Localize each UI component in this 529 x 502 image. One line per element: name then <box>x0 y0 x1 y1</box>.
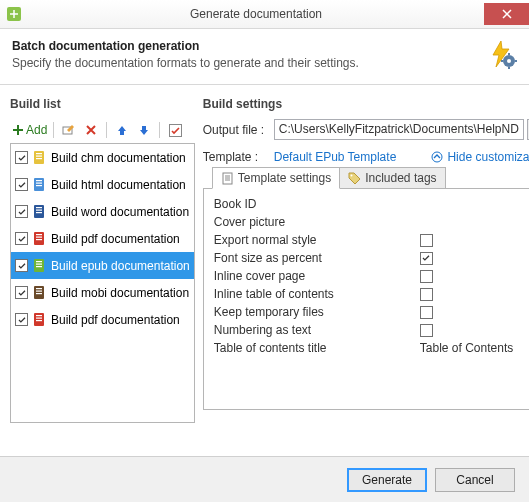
setting-label: Keep temporary files <box>214 305 420 319</box>
setting-row[interactable]: Inline table of contents <box>214 285 529 303</box>
item-checkbox[interactable] <box>15 286 28 299</box>
setting-row[interactable]: Inline cover page <box>214 267 529 285</box>
svg-rect-28 <box>36 266 42 267</box>
svg-rect-18 <box>36 207 42 208</box>
svg-rect-9 <box>34 151 44 164</box>
output-label: Output file : <box>203 123 271 137</box>
setting-checkbox[interactable] <box>420 288 433 301</box>
arrow-down-icon <box>138 124 150 136</box>
svg-rect-36 <box>36 320 42 321</box>
close-icon <box>502 9 512 19</box>
tab-included-tags[interactable]: Included tags <box>340 167 445 189</box>
output-file-field[interactable]: C:\Users\KellyFitzpatrick\Documents\Help… <box>274 119 524 140</box>
item-label: Build pdf documentation <box>51 232 180 246</box>
setting-checkbox[interactable] <box>420 270 433 283</box>
setting-row[interactable]: Cover picture <box>214 213 529 231</box>
template-link[interactable]: Default EPub Template <box>274 150 397 164</box>
check-all-button[interactable] <box>166 121 184 139</box>
format-icon <box>32 285 47 300</box>
lightning-gear-icon <box>487 39 517 69</box>
build-list[interactable]: Build chm documentation Build html docum… <box>10 143 195 423</box>
svg-rect-33 <box>34 313 44 326</box>
setting-label: Inline cover page <box>214 269 420 283</box>
tab-template-settings[interactable]: Template settings <box>212 167 340 189</box>
svg-rect-12 <box>36 158 42 159</box>
setting-row[interactable]: Export normal style <box>214 231 529 249</box>
collapse-icon <box>431 151 443 163</box>
setting-row[interactable]: Keep temporary files <box>214 303 529 321</box>
svg-rect-13 <box>34 178 44 191</box>
svg-rect-21 <box>34 232 44 245</box>
check-icon <box>169 124 182 137</box>
setting-checkbox[interactable] <box>420 234 433 247</box>
add-button[interactable]: Add <box>12 123 47 137</box>
move-up-button[interactable] <box>113 121 131 139</box>
move-down-button[interactable] <box>135 121 153 139</box>
svg-rect-11 <box>36 156 42 157</box>
setting-row[interactable]: Table of contents titleTable of Contents <box>214 339 529 357</box>
list-item[interactable]: Build pdf documentation <box>11 225 194 252</box>
setting-row[interactable]: Numbering as text <box>214 321 529 339</box>
setting-label: Book ID <box>214 197 420 211</box>
setting-value: Table of Contents <box>420 341 513 355</box>
svg-rect-19 <box>36 210 42 211</box>
list-item[interactable]: Build mobi documentation <box>11 279 194 306</box>
item-checkbox[interactable] <box>15 205 28 218</box>
rename-button[interactable] <box>60 121 78 139</box>
setting-checkbox[interactable] <box>420 252 433 265</box>
svg-rect-31 <box>36 291 42 292</box>
hide-customization-link[interactable]: Hide customization <box>431 150 529 164</box>
svg-rect-16 <box>36 185 42 186</box>
setting-row[interactable]: Book ID <box>214 195 529 213</box>
setting-label: Export normal style <box>214 233 420 247</box>
header-title: Batch documentation generation <box>12 39 487 53</box>
template-label: Template : <box>203 150 271 164</box>
svg-rect-14 <box>36 180 42 181</box>
list-item[interactable]: Build word documentation <box>11 198 194 225</box>
list-item[interactable]: Build pdf documentation <box>11 306 194 333</box>
list-item[interactable]: Build epub documentation <box>11 252 194 279</box>
setting-label: Cover picture <box>214 215 420 229</box>
close-button[interactable] <box>484 3 529 25</box>
list-item[interactable]: Build chm documentation <box>11 144 194 171</box>
setting-label: Table of contents title <box>214 341 420 355</box>
svg-rect-23 <box>36 237 42 238</box>
item-checkbox[interactable] <box>15 259 28 272</box>
format-icon <box>32 150 47 165</box>
item-label: Build pdf documentation <box>51 313 180 327</box>
tag-icon <box>348 172 361 185</box>
item-checkbox[interactable] <box>15 178 28 191</box>
footer: Generate Cancel <box>0 456 529 502</box>
svg-rect-15 <box>36 183 42 184</box>
delete-button[interactable] <box>82 121 100 139</box>
svg-rect-29 <box>34 286 44 299</box>
svg-rect-22 <box>36 234 42 235</box>
setting-checkbox[interactable] <box>420 324 433 337</box>
item-checkbox[interactable] <box>15 232 28 245</box>
svg-rect-17 <box>34 205 44 218</box>
item-checkbox[interactable] <box>15 151 28 164</box>
arrow-up-icon <box>116 124 128 136</box>
setting-label: Inline table of contents <box>214 287 420 301</box>
item-checkbox[interactable] <box>15 313 28 326</box>
header: Batch documentation generation Specify t… <box>0 29 529 85</box>
list-item[interactable]: Build html documentation <box>11 171 194 198</box>
format-icon <box>32 258 47 273</box>
svg-rect-35 <box>36 318 42 319</box>
settings-tabs: Template settings Included tags Book IDC… <box>203 188 529 410</box>
setting-checkbox[interactable] <box>420 306 433 319</box>
svg-rect-25 <box>34 259 44 272</box>
setting-label: Font size as percent <box>214 251 420 265</box>
build-list-title: Build list <box>10 93 195 119</box>
format-icon <box>32 204 47 219</box>
cancel-button[interactable]: Cancel <box>435 468 515 492</box>
svg-rect-26 <box>36 261 42 262</box>
setting-row[interactable]: Font size as percent <box>214 249 529 267</box>
svg-rect-34 <box>36 315 42 316</box>
svg-rect-27 <box>36 264 42 265</box>
svg-point-2 <box>507 59 511 63</box>
item-label: Build html documentation <box>51 178 186 192</box>
item-label: Build word documentation <box>51 205 189 219</box>
generate-button[interactable]: Generate <box>347 468 427 492</box>
svg-rect-24 <box>36 239 42 240</box>
